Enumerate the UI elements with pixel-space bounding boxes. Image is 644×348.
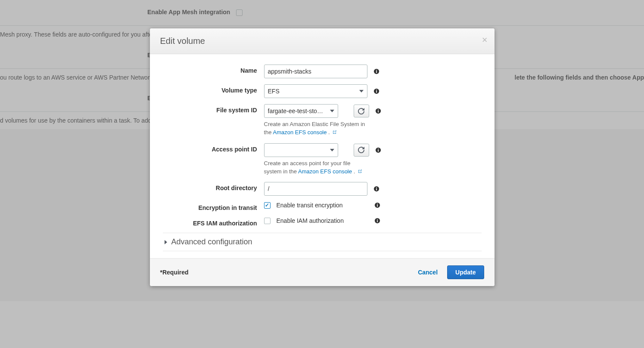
root-directory-label: Root directory [163, 182, 264, 191]
svg-rect-8 [378, 110, 379, 111]
caret-right-icon [165, 240, 167, 244]
edit-volume-modal: Edit volume × Name Volume type EF [150, 28, 495, 286]
svg-rect-1 [376, 71, 377, 73]
svg-rect-2 [376, 70, 377, 71]
external-link-icon [332, 129, 337, 137]
chevron-down-icon [330, 110, 334, 112]
svg-rect-20 [377, 219, 378, 220]
chevron-down-icon [359, 90, 364, 92]
info-icon[interactable] [375, 147, 381, 153]
close-icon[interactable]: × [482, 35, 488, 45]
external-link-icon [358, 168, 362, 176]
efs-console-link[interactable]: Amazon EFS console [298, 168, 352, 175]
encryption-label: Encryption in transit [163, 202, 264, 211]
encryption-checkbox-label: Enable transit encryption [277, 202, 343, 209]
advanced-configuration-label: Advanced configuration [171, 237, 252, 246]
file-system-id-hint: Create an Amazon Elastic File System in … [264, 120, 367, 137]
svg-rect-13 [376, 189, 377, 191]
access-point-id-select[interactable] [264, 143, 338, 157]
svg-rect-10 [378, 150, 379, 151]
info-icon[interactable] [374, 218, 380, 224]
access-point-id-hint: Create an access point for your file sys… [264, 160, 367, 176]
iam-auth-checkbox[interactable] [264, 218, 271, 224]
name-label: Name [163, 65, 264, 74]
required-note: *Required [160, 269, 189, 276]
efs-console-link[interactable]: Amazon EFS console [273, 129, 327, 136]
info-icon[interactable] [373, 186, 380, 192]
svg-rect-7 [378, 111, 379, 112]
info-icon[interactable] [374, 202, 380, 208]
volume-type-value: EFS [268, 88, 359, 95]
svg-rect-14 [376, 188, 377, 188]
iam-auth-label: EFS IAM authorization [163, 217, 264, 227]
svg-rect-17 [377, 204, 378, 205]
info-icon[interactable] [373, 88, 380, 94]
modal-footer: *Required Cancel Update [150, 258, 495, 286]
iam-auth-checkbox-label: Enable IAM authorization [277, 217, 344, 224]
chevron-down-icon [330, 149, 334, 151]
svg-rect-16 [377, 205, 378, 207]
svg-rect-4 [376, 91, 377, 92]
svg-rect-19 [377, 221, 378, 222]
info-icon[interactable] [375, 108, 381, 114]
name-input[interactable] [264, 65, 367, 78]
volume-type-label: Volume type [163, 84, 264, 94]
file-system-id-label: File system ID [163, 104, 264, 114]
info-icon[interactable] [373, 68, 380, 74]
refresh-button[interactable] [354, 144, 369, 157]
modal-title: Edit volume [160, 36, 484, 46]
advanced-configuration-toggle[interactable]: Advanced configuration [163, 233, 482, 251]
file-system-id-value: fargate-ee-test-sto… [268, 108, 330, 114]
svg-rect-5 [376, 90, 377, 91]
cancel-button[interactable]: Cancel [418, 269, 438, 276]
root-directory-input[interactable] [264, 182, 367, 196]
modal-header: Edit volume × [150, 28, 495, 54]
update-button[interactable]: Update [447, 265, 484, 279]
svg-rect-11 [378, 148, 379, 149]
encryption-checkbox[interactable] [264, 202, 271, 209]
refresh-button[interactable] [354, 105, 369, 117]
access-point-id-label: Access point ID [163, 143, 264, 153]
file-system-id-select[interactable]: fargate-ee-test-sto… [264, 104, 338, 118]
volume-type-select[interactable]: EFS [264, 84, 367, 98]
